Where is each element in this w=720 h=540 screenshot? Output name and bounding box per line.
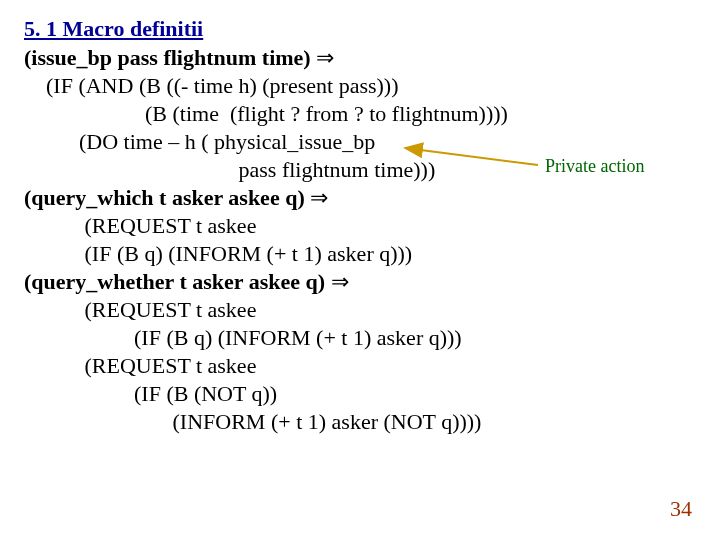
- macro-definitions-block: (issue_bp pass flightnum time) ⇒ (IF (AN…: [24, 44, 508, 436]
- code-line: (IF (B (NOT q)): [24, 380, 508, 408]
- code-line: (IF (AND (B ((- time h) (present pass))): [24, 72, 508, 100]
- code-line: pass flightnum time))): [24, 156, 508, 184]
- code-line: (REQUEST t askee: [24, 296, 508, 324]
- implies-icon: ⇒: [316, 45, 334, 70]
- code-line: (B (time (flight ? from ? to flightnum))…: [24, 100, 508, 128]
- implies-icon: ⇒: [331, 269, 349, 294]
- code-line: (REQUEST t askee: [24, 352, 508, 380]
- section-title: 5. 1 Macro definitii: [24, 16, 203, 42]
- macro-query-whether-name: (query_whether t asker askee q): [24, 269, 325, 294]
- slide: 5. 1 Macro definitii (issue_bp pass flig…: [0, 0, 720, 540]
- macro-query-which-head: (query_which t asker askee q) ⇒: [24, 184, 508, 212]
- code-line: (IF (B q) (INFORM (+ t 1) asker q))): [24, 240, 508, 268]
- macro-query-which-name: (query_which t asker askee q): [24, 185, 305, 210]
- implies-icon: ⇒: [310, 185, 328, 210]
- code-line: (INFORM (+ t 1) asker (NOT q)))): [24, 408, 508, 436]
- macro-query-whether-head: (query_whether t asker askee q) ⇒: [24, 268, 508, 296]
- code-line: (DO time – h ( physical_issue_bp: [24, 128, 508, 156]
- code-line: (REQUEST t askee: [24, 212, 508, 240]
- macro-issue-bp-name: (issue_bp pass flightnum time): [24, 45, 311, 70]
- private-action-annotation: Private action: [545, 156, 644, 177]
- page-number: 34: [670, 496, 692, 522]
- code-line: (IF (B q) (INFORM (+ t 1) asker q))): [24, 324, 508, 352]
- macro-issue-bp-head: (issue_bp pass flightnum time) ⇒: [24, 44, 508, 72]
